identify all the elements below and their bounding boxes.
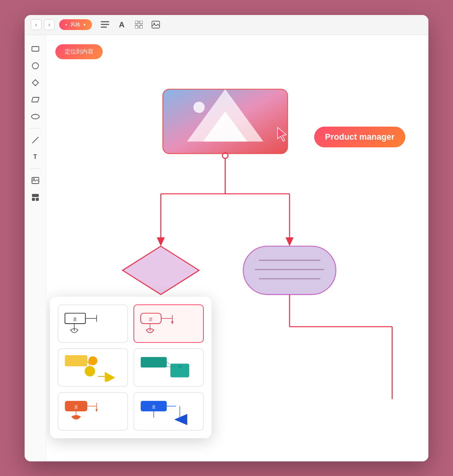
list-icon[interactable] [100,19,110,30]
grid-icon[interactable] [133,19,144,30]
ellipse-tool[interactable] [28,109,43,124]
back-button[interactable]: ‹ [31,19,42,30]
svg-rect-1 [101,24,109,25]
svg-rect-19 [36,198,39,201]
svg-marker-32 [123,246,199,294]
svg-rect-33 [243,246,336,294]
style-selector[interactable]: 风格 [59,19,92,30]
style-item-teal[interactable] [133,348,204,387]
nav-buttons: ‹ › [31,19,55,30]
svg-point-53 [85,366,95,376]
svg-point-13 [32,114,39,119]
text-tool[interactable]: T [28,149,43,165]
svg-text:是: 是 [74,405,78,409]
forward-button[interactable]: › [44,19,55,30]
product-manager-badge: Product manager [314,127,405,147]
svg-rect-3 [135,21,138,24]
svg-marker-11 [32,80,38,86]
svg-marker-55 [105,372,115,382]
svg-point-10 [32,63,38,69]
image-upload-icon[interactable] [150,19,161,30]
svg-rect-17 [32,194,39,197]
svg-text:是: 是 [73,317,77,321]
toolbar-icons: A [100,19,161,30]
svg-marker-31 [286,237,294,246]
canvas[interactable]: 定位到内容 Product manager [46,35,428,461]
separator2 [30,169,41,169]
line-tool[interactable] [28,132,43,148]
main-content: T 定位到内容 Product mana [25,35,428,461]
svg-rect-4 [140,21,143,24]
circle-tool[interactable] [28,58,43,73]
svg-rect-6 [140,25,143,28]
svg-marker-29 [157,237,165,246]
left-toolbar: T [25,35,46,461]
template-tool[interactable] [28,190,43,205]
style-item-yellow[interactable] [58,348,128,387]
style-item-red[interactable]: 是 [133,304,204,343]
title-bar: ‹ › 风格 A [25,15,428,35]
style-item-orange[interactable]: 是 [58,392,128,431]
style-item-blue[interactable]: 是 [133,392,204,431]
svg-rect-18 [32,198,35,201]
svg-point-52 [88,356,97,365]
svg-line-59 [167,362,171,364]
separator [30,128,41,129]
app-window: ‹ › 风格 A [25,15,428,461]
svg-rect-57 [141,357,167,367]
svg-marker-50 [171,321,173,324]
svg-text:是: 是 [152,405,156,409]
svg-marker-72 [174,414,187,425]
svg-rect-9 [32,47,39,51]
svg-marker-12 [32,97,39,102]
svg-point-21 [193,102,205,113]
svg-rect-2 [101,27,107,28]
locate-button[interactable]: 定位到内容 [55,44,103,59]
text-icon[interactable]: A [117,19,127,30]
parallelogram-tool[interactable] [28,92,43,107]
image-tool[interactable] [28,173,43,188]
svg-marker-67 [95,409,98,412]
svg-rect-5 [135,25,138,28]
svg-rect-0 [101,21,109,22]
rectangle-tool[interactable] [28,41,43,57]
svg-line-14 [32,137,38,143]
svg-rect-51 [65,355,87,366]
style-picker-popup[interactable]: 是 是 [50,297,212,438]
style-item-default[interactable]: 是 [58,304,128,343]
diamond-tool[interactable] [28,75,43,90]
svg-text:是: 是 [149,317,153,321]
